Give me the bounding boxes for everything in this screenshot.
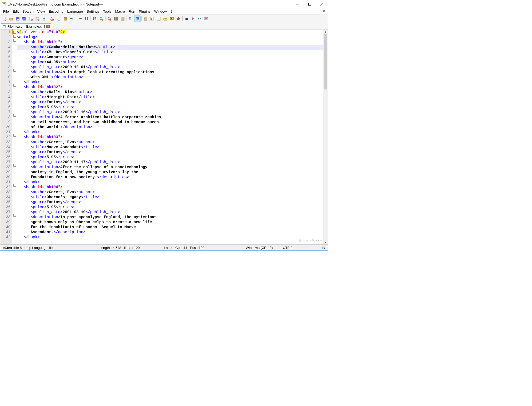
fold-toggle-icon[interactable]: − [13, 214, 16, 217]
minimize-button[interactable] [292, 0, 304, 8]
code-line[interactable]: <publish_date>2000-10-01</publish_date> [17, 65, 323, 70]
line-number[interactable]: 16 [0, 105, 11, 110]
line-number[interactable]: 6 [0, 55, 11, 60]
line-number[interactable]: 15 [0, 100, 11, 105]
indent-guide-button[interactable] [134, 16, 140, 22]
code-line[interactable]: an evil sorceress, and her own childhood… [17, 120, 323, 125]
play-button[interactable] [190, 16, 196, 22]
line-number[interactable]: 20 [0, 125, 11, 130]
code-line[interactable]: <author>Ralls, Kim</author> [17, 90, 323, 95]
line-number[interactable]: 31 [0, 180, 11, 185]
sync-button[interactable] [113, 16, 119, 22]
line-number[interactable]: 3 [0, 40, 11, 45]
zoom-in-button[interactable] [98, 16, 104, 22]
menu-search[interactable]: Search [21, 9, 36, 14]
maximize-button[interactable] [304, 0, 316, 8]
line-number[interactable]: 4 [0, 45, 11, 50]
line-number[interactable]: 7 [0, 60, 11, 65]
menu-settings[interactable]: Settings [85, 9, 101, 14]
monitor-button[interactable] [169, 16, 175, 22]
line-number[interactable]: 33 [0, 190, 11, 195]
menu-view[interactable]: View [36, 9, 47, 14]
close-button[interactable] [28, 16, 34, 22]
fast-button[interactable] [197, 16, 203, 22]
all-chars-button[interactable]: ¶ [128, 16, 134, 22]
code-line[interactable]: Ascendant.</description> [17, 230, 323, 235]
line-number[interactable]: 8 [0, 65, 11, 70]
menu-language[interactable]: Language [65, 9, 85, 14]
menu-macro[interactable]: Macro [113, 9, 127, 14]
code-line[interactable]: <price>5.95</price> [17, 155, 323, 160]
code-line[interactable]: <description>A former architect battles … [17, 115, 323, 120]
code-line[interactable]: with XML.</description> [17, 75, 323, 80]
code-line[interactable]: <genre>Fantasy</genre> [17, 150, 323, 155]
code-line[interactable]: <book id="bk103"> [17, 135, 323, 140]
line-number[interactable]: 19 [0, 120, 11, 125]
code-line[interactable]: <publish_date>2000-11-17</publish_date> [17, 160, 323, 165]
code-line[interactable]: <title>XML Developer's Guide</title> [17, 50, 323, 55]
code-line[interactable]: <title>Maeve Ascendant</title> [17, 145, 323, 150]
fold-toggle-icon[interactable]: − [13, 35, 16, 38]
line-number[interactable]: 25 [0, 150, 11, 155]
line-number[interactable]: 40 [0, 225, 11, 230]
line-number[interactable]: 5 [0, 50, 11, 55]
code-line[interactable]: <author>Corets, Eva</author> [17, 140, 323, 145]
line-number[interactable]: 9 [0, 70, 11, 75]
line-number[interactable]: 13 [0, 90, 11, 95]
line-number[interactable]: 14 [0, 95, 11, 100]
line-number[interactable]: 32 [0, 185, 11, 190]
code-line[interactable]: for the inhabitants of London. Sequel to… [17, 225, 323, 230]
status-insert-mode[interactable]: IN [312, 245, 328, 250]
code-line[interactable]: <title>Oberon's Legacy</title> [17, 195, 323, 200]
menu-file[interactable]: File [1, 9, 11, 14]
line-number[interactable]: 2 [0, 35, 11, 40]
code-line[interactable]: agent known only as Oberon helps to crea… [17, 220, 323, 225]
line-number[interactable]: 21 [0, 130, 11, 135]
menu-tools[interactable]: Tools [101, 9, 113, 14]
vertical-scrollbar[interactable]: ▲ ▼ [323, 29, 328, 244]
code-line[interactable]: <title>Midnight Rain</title> [17, 95, 323, 100]
code-line[interactable]: <genre>Fantasy</genre> [17, 100, 323, 105]
tab-file[interactable]: FileInfo.com Example.xml ✕ [1, 23, 51, 29]
menu-run[interactable]: Run [127, 9, 137, 14]
func-list-button[interactable]: ƒ [155, 16, 162, 22]
fold-toggle-icon[interactable]: − [13, 69, 16, 72]
open-button[interactable] [8, 16, 14, 22]
code-line[interactable]: <description>In post-apocalypse England,… [17, 215, 323, 220]
record-button[interactable] [175, 16, 182, 22]
status-encoding[interactable]: UTF-8 [280, 245, 312, 250]
line-number[interactable]: 10 [0, 75, 11, 80]
line-number[interactable]: 36 [0, 205, 11, 210]
code-line[interactable]: of the world.</description> [17, 125, 323, 130]
copy-button[interactable] [56, 16, 62, 22]
code-line[interactable]: foundation for a new society.</descripti… [17, 175, 323, 180]
save-button[interactable] [14, 16, 21, 22]
line-number[interactable]: 39 [0, 220, 11, 225]
save-all-button[interactable] [21, 16, 27, 22]
cut-button[interactable] [49, 16, 55, 22]
stop-button[interactable] [183, 16, 190, 22]
line-number[interactable]: 27 [0, 160, 11, 165]
code-line[interactable]: <price>5.95</price> [17, 205, 323, 210]
close-button[interactable] [316, 0, 328, 8]
fold-toggle-icon[interactable]: − [13, 134, 16, 137]
scroll-down-icon[interactable]: ▼ [323, 240, 328, 244]
line-number[interactable]: 35 [0, 200, 11, 205]
code-line[interactable]: <book id="bk104"> [17, 185, 323, 190]
scroll-up-icon[interactable]: ▲ [323, 29, 328, 34]
new-button[interactable] [1, 16, 8, 22]
code-line[interactable]: <description>After the collapse of a nan… [17, 165, 323, 170]
code-line[interactable]: </book> [17, 180, 323, 185]
redo-button[interactable] [77, 16, 83, 22]
line-number[interactable]: 24 [0, 145, 11, 150]
code-line[interactable]: </book> [17, 130, 323, 135]
menu-help[interactable]: ? [169, 9, 174, 14]
line-number[interactable]: 17 [0, 110, 11, 115]
line-number[interactable]: 34 [0, 195, 11, 200]
code-line[interactable]: <description>An in-depth look at creatin… [17, 70, 323, 75]
line-number[interactable]: 28 [0, 165, 11, 170]
zoom-out-button[interactable] [106, 16, 113, 22]
code-line[interactable]: <genre>Fantasy</genre> [17, 200, 323, 205]
code-line[interactable]: <author>Gambardella, Matthew</author> [17, 45, 323, 50]
wrap-button[interactable] [119, 16, 126, 22]
